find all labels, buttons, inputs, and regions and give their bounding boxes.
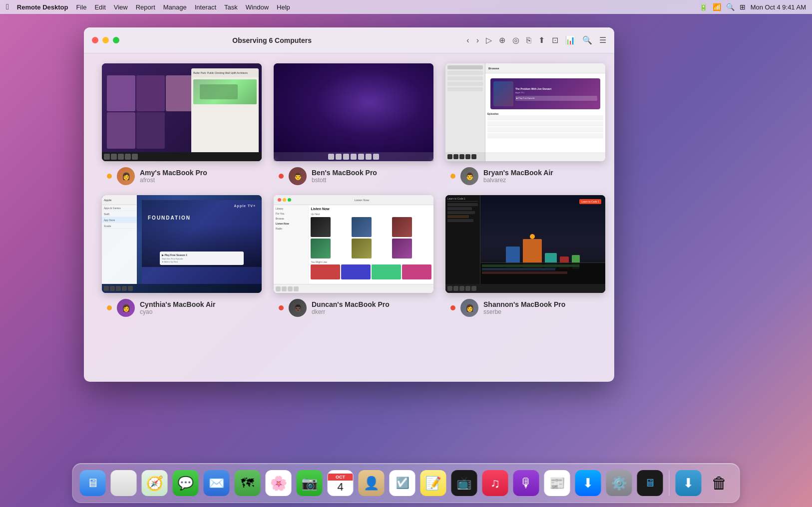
computer-card-bryan: Browse The Problem With Jon Stewart Appl…	[439, 63, 611, 185]
amy-status	[107, 174, 112, 179]
duncan-status	[279, 305, 284, 310]
menu-interact[interactable]: Interact	[195, 3, 216, 11]
amy-name-group: Amy's MacBook Pro afrost	[140, 169, 207, 184]
dock-news[interactable]: 📰	[543, 469, 571, 497]
control-center-icon[interactable]: ⊞	[740, 3, 746, 11]
ben-screen-preview[interactable]	[274, 63, 433, 161]
menu-manage[interactable]: Manage	[163, 3, 187, 11]
menubar-time: Mon Oct 4 9:41 AM	[751, 3, 806, 11]
dock-reminders[interactable]: ☑️	[389, 469, 416, 497]
share-icon[interactable]: ⬆	[538, 35, 545, 45]
apple-menu[interactable]: 	[6, 2, 9, 11]
lock-icon[interactable]: ⊡	[552, 35, 558, 45]
dock-mail[interactable]: ✉️	[203, 469, 231, 497]
wifi-icon: 📶	[713, 3, 721, 11]
menu-file[interactable]: File	[76, 3, 86, 11]
bryan-computer-name: Bryan's MacBook Air	[483, 169, 553, 177]
cynthia-screen-preview[interactable]: Apple Apps & Games Swift App Store Xcode…	[102, 195, 262, 293]
amy-screen-preview[interactable]: Butler Park: Public Climbing Wall Uplift…	[102, 63, 262, 161]
dock-music[interactable]: ♫	[481, 469, 509, 497]
duncan-screen-preview[interactable]: Listen Now Library For You Browse Listen…	[274, 195, 433, 293]
ben-name-group: Ben's MacBook Pro bstott	[312, 169, 377, 184]
cynthia-username: cyao	[140, 308, 215, 315]
search-menubar-icon[interactable]: 🔍	[726, 3, 735, 11]
calendar-day: 4	[337, 482, 343, 493]
duncan-name-group: Duncan's MacBook Pro dkerr	[312, 300, 390, 315]
shannon-info: 👩 Shannon's MacBook Pro sserbe	[445, 299, 605, 317]
cynthia-info: 👩 Cynthia's MacBook Air cyao	[102, 299, 262, 317]
duncan-computer-name: Duncan's MacBook Pro	[312, 300, 390, 308]
toolbar-icons: ‹ › ▷ ⊕ ◎ ⎘ ⬆ ⊡ 📊 🔍 ☰	[466, 35, 606, 45]
dock-remote-desktop[interactable]: 🖥	[636, 469, 664, 497]
menu-report[interactable]: Report	[136, 3, 155, 11]
calendar-month: OCT	[328, 474, 353, 481]
bryan-name-group: Bryan's MacBook Air balvarez	[483, 169, 553, 184]
bryan-screen-preview[interactable]: Browse The Problem With Jon Stewart Appl…	[445, 63, 605, 161]
dock: 🖥 🧭 💬 ✉️ 🗺 🌸 📷	[72, 463, 740, 503]
dock-notes[interactable]: 📝	[419, 469, 447, 497]
duncan-info: 👨🏿 Duncan's MacBook Pro dkerr	[274, 299, 433, 317]
dock-facetime[interactable]: 📷	[296, 469, 324, 497]
amy-computer-name: Amy's MacBook Pro	[140, 169, 207, 177]
dock-podcasts[interactable]: 🎙	[512, 469, 540, 497]
menu-window[interactable]: Window	[246, 3, 269, 11]
computer-card-cynthia: Apple Apps & Games Swift App Store Xcode…	[96, 195, 268, 317]
play-icon[interactable]: ▷	[486, 35, 492, 45]
menu-edit[interactable]: Edit	[94, 3, 105, 11]
amy-avatar: 👩	[117, 167, 135, 185]
forward-icon[interactable]: ›	[476, 36, 479, 45]
dock-photos[interactable]: 🌸	[265, 469, 293, 497]
observe-icon[interactable]: ⊕	[499, 35, 505, 45]
control-icon[interactable]: ◎	[512, 35, 519, 45]
amy-username: afrost	[140, 177, 207, 184]
app-name[interactable]: Remote Desktop	[17, 3, 68, 11]
dock-downie[interactable]: ⬇	[675, 469, 703, 497]
bryan-username: balvarez	[483, 177, 553, 184]
titlebar: Observing 6 Computers ‹ › ▷ ⊕ ◎ ⎘ ⬆ ⊡ 📊 …	[84, 27, 614, 53]
duncan-avatar: 👨🏿	[289, 299, 307, 317]
battery-icon: 🔋	[699, 3, 708, 11]
computers-grid: Butler Park: Public Climbing Wall Uplift…	[84, 53, 614, 347]
menu-help[interactable]: Help	[277, 3, 290, 11]
shannon-name-group: Shannon's MacBook Pro sserbe	[483, 300, 565, 315]
cynthia-status	[107, 305, 112, 310]
menubar-right: 🔋 📶 🔍 ⊞ Mon Oct 4 9:41 AM	[699, 3, 806, 11]
dock-safari[interactable]: 🧭	[141, 469, 169, 497]
dock-appstore[interactable]: ⬇	[574, 469, 602, 497]
bryan-info: 👨 Bryan's MacBook Air balvarez	[445, 167, 605, 185]
shannon-username: sserbe	[483, 308, 565, 315]
dock-appletv[interactable]: 📺	[450, 469, 478, 497]
amy-info: 👩 Amy's MacBook Pro afrost	[102, 167, 262, 185]
chart-icon[interactable]: 📊	[565, 35, 575, 45]
dock-finder[interactable]: 🖥	[79, 469, 107, 497]
menu-task[interactable]: Task	[224, 3, 238, 11]
computer-card-shannon: Learn to Code 1	[439, 195, 611, 317]
window-title: Observing 6 Computers	[84, 36, 466, 44]
menu-view[interactable]: View	[114, 3, 128, 11]
menubar:  Remote Desktop File Edit View Report M…	[0, 0, 812, 14]
shannon-screen-preview[interactable]: Learn to Code 1	[445, 195, 605, 293]
dock-system-preferences[interactable]: ⚙️	[605, 469, 633, 497]
dock-maps[interactable]: 🗺	[234, 469, 262, 497]
shannon-status	[450, 305, 455, 310]
dock-separator	[669, 471, 670, 496]
dock-trash[interactable]: 🗑	[706, 469, 734, 497]
list-icon[interactable]: ☰	[599, 35, 606, 45]
menubar-left:  Remote Desktop File Edit View Report M…	[6, 2, 699, 11]
dock-launchpad[interactable]	[110, 469, 138, 497]
ben-status	[279, 174, 284, 179]
computer-card-ben: 👨 Ben's MacBook Pro bstott	[268, 63, 439, 185]
bryan-status	[450, 174, 455, 179]
ben-username: bstott	[312, 177, 377, 184]
dock-calendar[interactable]: OCT 4	[327, 469, 355, 497]
dock-messages[interactable]: 💬	[172, 469, 200, 497]
copy-icon[interactable]: ⎘	[526, 36, 531, 45]
shannon-avatar: 👩	[460, 299, 478, 317]
search-icon[interactable]: 🔍	[582, 35, 592, 45]
bryan-avatar: 👨	[460, 167, 478, 185]
back-icon[interactable]: ‹	[466, 36, 469, 45]
shannon-computer-name: Shannon's MacBook Pro	[483, 300, 565, 308]
dock-contacts[interactable]: 👤	[358, 469, 386, 497]
duncan-username: dkerr	[312, 308, 390, 315]
cynthia-computer-name: Cynthia's MacBook Air	[140, 300, 215, 308]
